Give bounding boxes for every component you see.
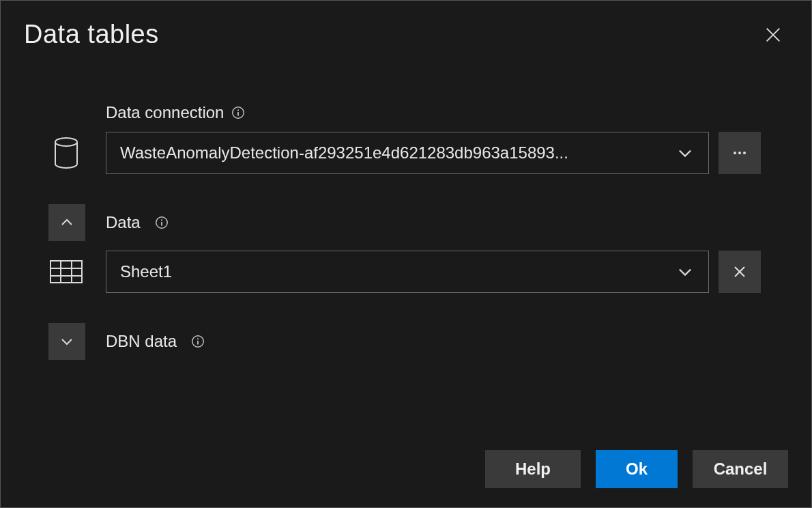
data-tables-dialog: Data tables Data connection (1, 1, 811, 507)
svg-point-16 (197, 338, 199, 339)
dialog-footer: Help Ok Cancel (24, 450, 788, 491)
dialog-header: Data tables (24, 20, 788, 50)
dbn-data-label: DBN data (106, 332, 177, 351)
svg-point-5 (738, 152, 741, 154)
data-connection-label: Data connection (106, 103, 224, 122)
chevron-down-icon (59, 333, 75, 350)
close-icon (764, 25, 783, 44)
cancel-button[interactable]: Cancel (693, 450, 788, 488)
data-connection-dropdown[interactable]: WasteAnomalyDetection-af293251e4d621283d… (106, 132, 709, 174)
info-icon[interactable] (231, 105, 246, 120)
dialog-title: Data tables (24, 20, 159, 49)
data-dropdown[interactable]: Sheet1 (106, 251, 709, 293)
data-label: Data (106, 213, 141, 232)
table-icon (46, 259, 87, 284)
svg-point-4 (734, 152, 736, 154)
data-collapse-button[interactable] (48, 204, 85, 241)
chevron-down-icon (676, 143, 695, 163)
svg-rect-2 (238, 112, 240, 116)
svg-point-8 (161, 219, 162, 221)
close-icon (731, 264, 748, 280)
dialog-content: Data connection WasteAnomalyDetection-af… (24, 103, 788, 450)
data-remove-button[interactable] (719, 251, 761, 293)
close-button[interactable] (758, 20, 788, 50)
dbn-data-section-header: DBN data (46, 323, 761, 360)
data-row: Sheet1 (46, 251, 761, 293)
data-connection-label-row: Data connection (106, 103, 761, 122)
dbn-data-expand-button[interactable] (48, 323, 85, 360)
data-connection-row: WasteAnomalyDetection-af293251e4d621283d… (46, 132, 761, 174)
data-connection-more-button[interactable] (719, 132, 761, 174)
info-icon[interactable] (190, 334, 205, 349)
svg-rect-17 (197, 341, 199, 345)
svg-point-3 (55, 138, 77, 146)
data-connection-value: WasteAnomalyDetection-af293251e4d621283d… (120, 143, 667, 163)
chevron-down-icon (676, 262, 695, 281)
chevron-up-icon (59, 214, 75, 231)
data-value: Sheet1 (120, 262, 667, 281)
info-icon[interactable] (154, 215, 169, 230)
svg-point-6 (743, 152, 746, 154)
svg-point-1 (237, 109, 239, 111)
database-icon (46, 137, 87, 169)
svg-rect-10 (50, 261, 82, 283)
svg-rect-9 (161, 222, 162, 226)
help-button[interactable]: Help (485, 450, 581, 488)
data-section-header: Data (46, 204, 761, 241)
ok-button[interactable]: Ok (596, 450, 678, 488)
ellipsis-icon (731, 145, 748, 161)
